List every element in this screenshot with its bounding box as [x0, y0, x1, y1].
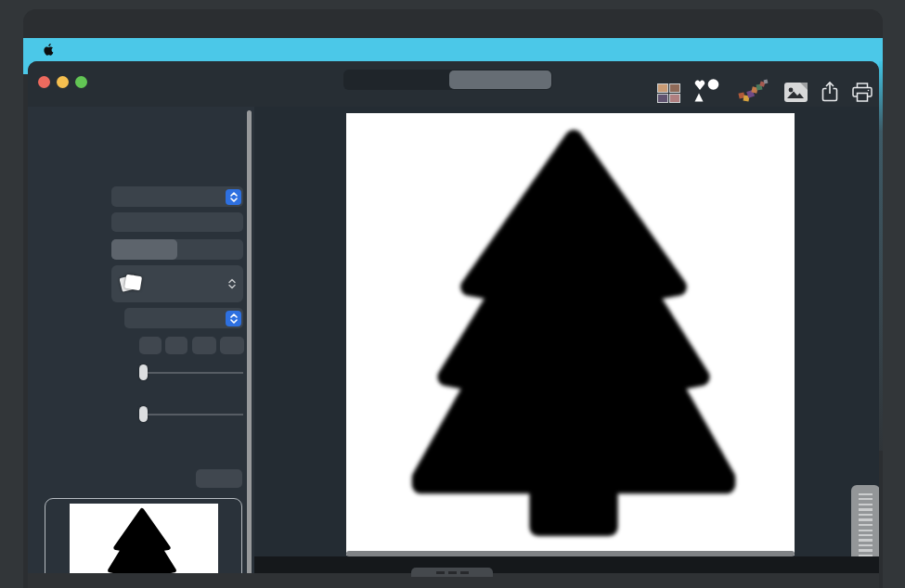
- cell-placement-dropdown[interactable]: [124, 308, 243, 328]
- bottom-pill[interactable]: [411, 568, 493, 577]
- canvas-bottom-strip: [254, 556, 879, 573]
- tab-settings[interactable]: [449, 70, 552, 89]
- orientation-segmented: [111, 239, 243, 260]
- apple-menu-icon[interactable]: [43, 43, 55, 57]
- tab-images[interactable]: [344, 70, 447, 89]
- christmas-tree-shape: [407, 126, 740, 540]
- photo-stack-icon: [118, 271, 146, 297]
- export-image-icon: [783, 78, 808, 103]
- chevron-up-down-icon: [226, 189, 241, 205]
- size-dropdown[interactable]: [111, 186, 243, 207]
- cell-count-plus-button[interactable]: [139, 337, 162, 354]
- menu-bar: [23, 38, 883, 61]
- close-button[interactable]: [38, 76, 50, 88]
- minimize-button[interactable]: [57, 76, 69, 88]
- export-button[interactable]: [783, 78, 808, 105]
- view-tabs: [343, 70, 552, 90]
- canvas-page[interactable]: [346, 113, 795, 556]
- window-bottom-chrome: [28, 573, 879, 588]
- share-button[interactable]: [821, 78, 839, 105]
- chevron-up-down-icon: [226, 277, 238, 290]
- cell-count-minus-minus-button[interactable]: [220, 337, 244, 354]
- invert-shape-button[interactable]: [196, 469, 242, 488]
- desktop: [0, 0, 905, 588]
- toolbar: [657, 64, 873, 105]
- max-rotation-slider[interactable]: [139, 406, 243, 422]
- slider-thumb[interactable]: [139, 406, 148, 422]
- canvas-area: [254, 107, 879, 556]
- orientation-landscape[interactable]: [111, 239, 177, 260]
- sidebar-scrollbar[interactable]: [247, 110, 252, 579]
- desktop-wallpaper-sliver: [879, 61, 883, 451]
- cell-count-plus-plus-button[interactable]: [192, 337, 216, 354]
- add-images-button[interactable]: [657, 78, 680, 105]
- photo-grid-icon: [657, 78, 680, 103]
- image-size-slider[interactable]: [139, 364, 243, 380]
- cell-style-dropdown[interactable]: [111, 265, 243, 302]
- shapes-icon: [692, 78, 722, 103]
- slider-thumb[interactable]: [139, 364, 148, 380]
- create-collage-button[interactable]: [734, 78, 771, 105]
- chevron-up-down-icon: [226, 311, 241, 326]
- sidebar: [28, 107, 254, 573]
- custom-size-button[interactable]: [111, 212, 243, 232]
- scrubber-ridges-icon: [859, 493, 873, 566]
- select-shape-button[interactable]: [692, 78, 722, 105]
- app-window: [28, 61, 879, 588]
- orientation-portrait[interactable]: [177, 239, 243, 260]
- zoom-button[interactable]: [75, 76, 87, 88]
- share-icon: [821, 78, 839, 103]
- title-bar: [28, 61, 879, 108]
- collage-swoosh-icon: [734, 78, 771, 103]
- collage-shape: [407, 126, 740, 540]
- printer-icon: [851, 78, 873, 103]
- cell-count-minus-button[interactable]: [165, 337, 187, 354]
- print-button[interactable]: [851, 78, 873, 105]
